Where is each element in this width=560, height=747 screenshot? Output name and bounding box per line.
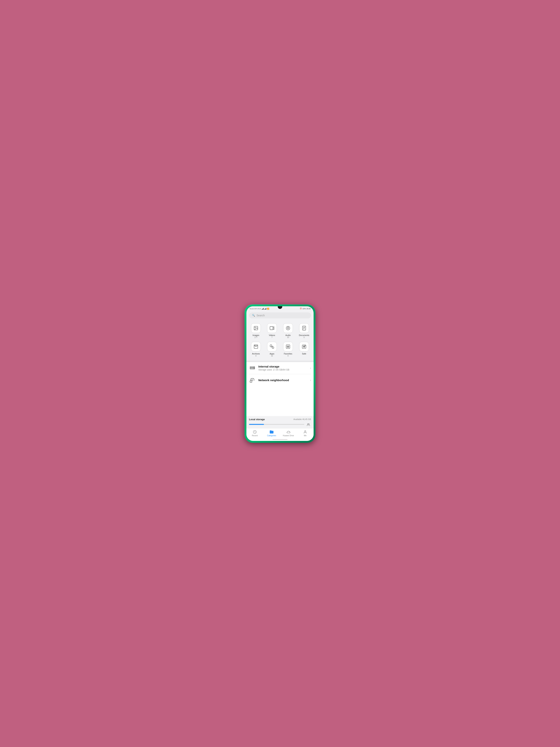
svg-point-26	[254, 368, 255, 369]
alarm-icon: ⏰	[300, 308, 302, 310]
documents-label: Documents	[299, 334, 309, 336]
chevron-right-internal: ›	[310, 366, 311, 370]
internal-storage-icon	[249, 365, 256, 371]
category-documents[interactable]: Documents 0	[296, 321, 312, 340]
archives-count: 0	[256, 355, 257, 357]
category-archives[interactable]: B Archives 0	[248, 340, 264, 358]
nav-recent[interactable]: Recent	[246, 430, 263, 437]
images-label: Images	[252, 334, 259, 336]
category-videos[interactable]: Videos 7	[264, 321, 280, 340]
bottom-nav: Recent Categories Huawei Drive Me	[246, 428, 314, 438]
apps-icon	[270, 344, 274, 349]
search-bar[interactable]: 🔍 Search	[249, 312, 311, 318]
audio-label: Audio	[286, 334, 291, 336]
documents-icon	[302, 326, 306, 331]
categories-grid: Images 177 Videos 7	[246, 321, 314, 361]
signal-bars	[262, 308, 264, 310]
apps-label: Apps	[270, 353, 274, 355]
internal-storage-row[interactable]: Internal storage Storage used: 17,55 GB/…	[249, 362, 311, 374]
nav-recent-label: Recent	[252, 435, 258, 437]
safe-icon	[302, 344, 306, 349]
category-favorites[interactable]: Favorites 0	[280, 340, 296, 358]
storage-bar-fill	[249, 424, 264, 425]
internal-storage-subtitle: Storage used: 17,55 GB/64 GB	[258, 368, 308, 371]
home-bar	[272, 439, 288, 440]
internal-storage-title: Internal storage	[258, 365, 308, 368]
storage-progress-bar	[249, 424, 304, 425]
svg-point-1	[255, 327, 256, 328]
category-apps[interactable]: Apps 32	[264, 340, 280, 358]
category-images[interactable]: Images 177	[248, 321, 264, 340]
videos-icon	[270, 326, 274, 331]
svg-rect-2	[270, 327, 273, 330]
time-text: 20:26	[306, 308, 311, 310]
status-right: ⏰ 22% 20:26	[300, 308, 311, 310]
battery-text: 22%	[302, 308, 306, 310]
search-icon: 🔍	[252, 314, 255, 317]
nav-me[interactable]: Me	[297, 430, 314, 437]
audio-count: 10	[287, 336, 289, 338]
nav-huawei-drive[interactable]: Huawei Drive	[280, 430, 297, 437]
nav-me-label: Me	[304, 435, 306, 437]
svg-marker-18	[287, 345, 289, 347]
videos-label: Videos	[269, 334, 275, 336]
svg-rect-16	[272, 347, 274, 349]
favorites-icon	[286, 344, 290, 349]
phone-frame: TELE2 MTS RUS 📶 ⏰ 22% 20:26	[244, 304, 316, 443]
svg-point-32	[304, 431, 306, 432]
images-count: 177	[255, 336, 258, 338]
wifi-icon: 📶	[267, 308, 269, 310]
nav-categories[interactable]: Categories	[263, 430, 280, 437]
svg-line-22	[305, 345, 305, 346]
images-icon	[254, 326, 258, 331]
safe-label: Safe	[302, 353, 306, 355]
phone-screen: TELE2 MTS RUS 📶 ⏰ 22% 20:26	[246, 306, 314, 441]
favorites-label: Favorites	[284, 353, 292, 355]
bottom-storage: Local storage Available 46,45 GB	[246, 416, 314, 428]
network-icon	[249, 377, 256, 384]
svg-point-20	[303, 346, 305, 347]
nav-categories-label: Categories	[267, 435, 276, 437]
svg-rect-15	[270, 345, 272, 347]
videos-count: 7	[271, 336, 272, 338]
svg-text:B: B	[255, 345, 255, 346]
local-storage-label: Local storage	[249, 418, 265, 421]
empty-area	[246, 386, 314, 416]
network-title: Network neighborhood	[258, 379, 308, 382]
status-left: TELE2 MTS RUS 📶	[249, 308, 269, 310]
chevron-right-network: ›	[310, 379, 311, 382]
signal-bars-2	[264, 308, 266, 310]
search-placeholder: Search	[257, 314, 265, 317]
category-audio[interactable]: Audio 10	[280, 321, 296, 340]
svg-point-5	[288, 327, 289, 329]
nav-huawei-label: Huawei Drive	[283, 435, 294, 437]
documents-count: 0	[303, 336, 304, 338]
apps-count: 32	[271, 355, 273, 357]
category-safe[interactable]: Safe	[296, 340, 312, 358]
carrier-text: TELE2 MTS RUS	[249, 308, 261, 310]
home-indicator	[246, 438, 314, 441]
section-divider	[246, 361, 314, 362]
archives-label: Archives	[252, 353, 260, 355]
audio-icon	[286, 326, 290, 331]
svg-point-21	[304, 346, 304, 347]
svg-point-25	[254, 367, 255, 367]
svg-marker-3	[273, 327, 274, 329]
network-row[interactable]: Network neighborhood ›	[249, 374, 311, 386]
svg-rect-12	[254, 346, 258, 348]
storage-section: Internal storage Storage used: 17,55 GB/…	[246, 362, 314, 386]
archives-icon: B	[254, 344, 258, 349]
svg-rect-27	[250, 381, 252, 382]
available-label: Available 46,45 GB	[293, 418, 311, 420]
clean-button[interactable]	[306, 422, 311, 427]
favorites-count: 0	[288, 355, 289, 357]
